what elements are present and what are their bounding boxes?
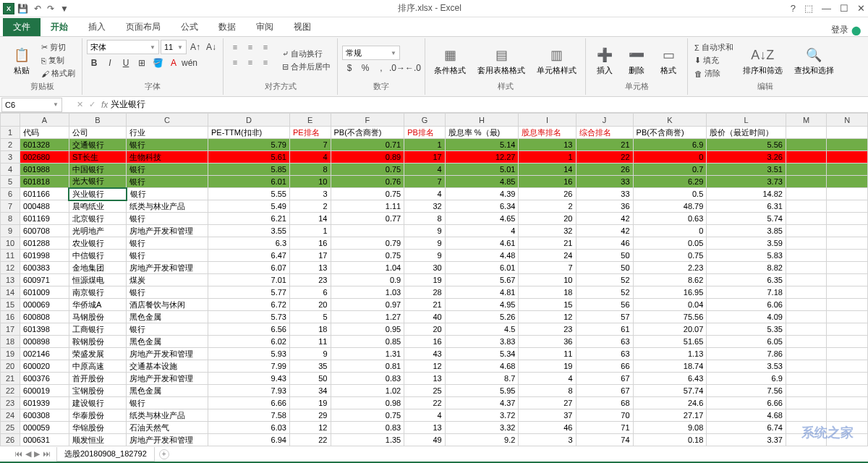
align-middle-icon[interactable]: ≡ (243, 40, 258, 54)
header-cell[interactable]: PB(不含商誉) (633, 127, 707, 139)
cell[interactable]: 20 (290, 299, 331, 311)
cell[interactable] (786, 422, 827, 434)
formula-input[interactable] (108, 98, 868, 111)
cell[interactable] (827, 311, 868, 323)
cell[interactable]: 36 (519, 336, 576, 348)
cell[interactable]: 工商银行 (69, 323, 126, 336)
cell[interactable]: 6.03 (208, 422, 290, 434)
cell[interactable]: 9.08 (633, 422, 707, 434)
cell[interactable]: 13 (519, 139, 576, 151)
spreadsheet-grid[interactable]: ABCDEFGHIJKLMN 1代码公司行业PE-TTM(扣非)PE排名PB(不… (0, 113, 868, 446)
tab-formulas[interactable]: 公式 (171, 18, 208, 36)
sheet-nav-next-icon[interactable]: ▶ (34, 449, 40, 459)
cell[interactable] (827, 385, 868, 397)
tab-review[interactable]: 审阅 (246, 18, 284, 36)
row-header[interactable]: 21 (1, 373, 20, 385)
cell[interactable] (827, 373, 868, 385)
row-header[interactable]: 25 (1, 422, 20, 434)
cell[interactable]: 70 (576, 409, 633, 422)
cell[interactable] (827, 262, 868, 274)
cell[interactable] (827, 299, 868, 311)
cell[interactable] (786, 213, 827, 225)
cell[interactable]: 67 (576, 373, 633, 385)
cell[interactable]: 601288 (20, 237, 69, 250)
cell[interactable]: 14 (519, 163, 576, 176)
cell[interactable]: 4.5 (445, 323, 519, 336)
cell[interactable]: 0.75 (331, 188, 404, 200)
copy-button[interactable]: ⎘ 复制 (39, 54, 77, 67)
cell[interactable] (827, 151, 868, 163)
cell[interactable]: 南京银行 (69, 286, 126, 299)
cell[interactable]: 002680 (20, 151, 69, 163)
cell[interactable]: 1.31 (331, 348, 404, 360)
align-top-icon[interactable]: ≡ (228, 40, 242, 54)
cell[interactable]: 5.79 (208, 139, 290, 151)
cell[interactable]: 0.97 (331, 299, 404, 311)
cell[interactable]: 房地产开发和管理 (127, 434, 208, 446)
phonetic-button[interactable]: wén (182, 56, 197, 70)
cell[interactable]: 000488 (20, 200, 69, 213)
cell[interactable] (786, 311, 827, 323)
cell[interactable]: 6.29 (633, 176, 707, 188)
cell[interactable] (786, 250, 827, 262)
cell[interactable]: 0.18 (633, 434, 707, 446)
row-header[interactable]: 9 (1, 225, 20, 237)
tab-file[interactable]: 文件 (3, 18, 41, 36)
row-header[interactable]: 5 (1, 176, 20, 188)
cell[interactable]: 金地集团 (69, 262, 126, 274)
cell[interactable]: 5.49 (208, 200, 290, 213)
cell[interactable]: 27.17 (633, 409, 707, 422)
cell[interactable]: 4 (445, 225, 519, 237)
cell[interactable]: 北京银行 (69, 213, 126, 225)
sheet-nav-last-icon[interactable]: ⏭ (43, 449, 51, 459)
cell[interactable]: 1.11 (331, 200, 404, 213)
cell[interactable]: 5.56 (707, 139, 786, 151)
cell[interactable]: 8 (290, 163, 331, 176)
cell[interactable] (786, 176, 827, 188)
cell[interactable]: 52 (576, 274, 633, 286)
cell[interactable]: 6.05 (707, 336, 786, 348)
cell[interactable]: 9.43 (208, 373, 290, 385)
cell[interactable]: 华侨城A (69, 299, 126, 311)
cell[interactable]: 22 (290, 434, 331, 446)
cell[interactable]: 19 (290, 397, 331, 409)
cell[interactable]: 35 (290, 360, 331, 373)
cell[interactable]: 4.61 (445, 237, 519, 250)
cell[interactable]: 3.59 (707, 237, 786, 250)
cell[interactable]: 银行 (127, 176, 208, 188)
font-color-button[interactable]: A (166, 56, 181, 70)
cell[interactable]: 7.86 (707, 348, 786, 360)
tab-insert[interactable]: 插入 (78, 18, 116, 36)
cell[interactable]: 9 (404, 250, 446, 262)
cell[interactable]: 12 (290, 422, 331, 434)
cell[interactable]: 银行 (127, 250, 208, 262)
header-cell[interactable]: 公司 (69, 127, 126, 139)
row-header[interactable]: 19 (1, 348, 20, 360)
cell[interactable]: 6.34 (445, 200, 519, 213)
cell[interactable]: 生物科技 (127, 151, 208, 163)
cell[interactable]: 0.83 (331, 422, 404, 434)
cell[interactable]: 0.75 (331, 250, 404, 262)
cell[interactable]: 4.65 (445, 213, 519, 225)
cell[interactable]: 5.74 (707, 213, 786, 225)
cell[interactable]: 26 (576, 163, 633, 176)
cell[interactable]: 3.37 (707, 434, 786, 446)
cell[interactable] (827, 139, 868, 151)
format-painter-button[interactable]: 🖌 格式刷 (39, 67, 77, 80)
cell[interactable] (786, 237, 827, 250)
cell[interactable]: 0.89 (331, 151, 404, 163)
cell[interactable]: 18 (519, 286, 576, 299)
sheet-tab-active[interactable]: 选股20180908_182792 (56, 447, 155, 462)
cell[interactable] (786, 274, 827, 286)
cell[interactable] (786, 336, 827, 348)
cell[interactable]: 601166 (20, 188, 69, 200)
cell[interactable]: 57.74 (633, 385, 707, 397)
cell[interactable]: 34 (290, 385, 331, 397)
delete-cells-button[interactable]: ➖删除 (622, 40, 651, 81)
cell[interactable] (331, 225, 404, 237)
cell[interactable]: 29 (290, 409, 331, 422)
cell[interactable]: 50 (290, 373, 331, 385)
cell[interactable]: 银行 (127, 237, 208, 250)
cell[interactable]: 600020 (20, 360, 69, 373)
cell[interactable]: 14 (290, 213, 331, 225)
